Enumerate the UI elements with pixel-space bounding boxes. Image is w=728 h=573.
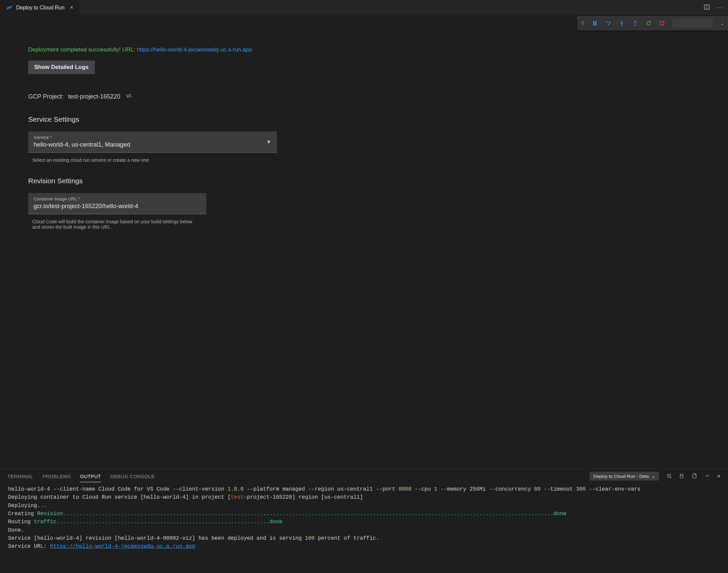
deploy-form: Deployment completed successfully! URL: … [0,15,728,469]
log-text: Creating [8,511,37,517]
log-number: 80 [534,486,540,492]
log-text: done [554,511,566,517]
open-file-icon[interactable] [691,473,697,480]
svg-rect-2 [594,21,595,25]
container-image-helper: Cloud Code will build the container imag… [32,219,197,230]
log-text: traffic [34,519,56,525]
log-text: -project-165220] region [us-central1] [244,494,363,500]
log-text: Service [hello-world-4] revision [hello-… [8,535,305,541]
log-text: done [270,519,282,525]
step-out-button[interactable] [632,20,638,26]
show-detailed-logs-button[interactable]: Show Detailed Logs [28,61,95,74]
service-select[interactable]: Service * hello-world-4, us-central1, Ma… [28,131,277,153]
debug-toolbar: ⠿ ⌄ [577,16,728,30]
deployment-url-link[interactable]: https://hello-world-4-jecaesxwdq-uc.a.ru… [137,46,252,53]
container-image-value: gcr.io/test-project-165220/hello-world-4 [34,203,201,210]
status-prefix: Deployment completed successfully! URL: [28,46,137,53]
output-channel-select[interactable]: Deploy to Cloud Run - Deta ⌄ [590,472,659,481]
cloud-run-icon [6,4,13,11]
chevron-up-icon[interactable] [704,473,710,480]
log-text: --timeout [540,486,576,492]
service-url-link[interactable]: https://hello-world-4-jecaesxwdq-uc.a.ru… [50,543,195,549]
debug-config-select[interactable] [673,19,713,28]
chevron-down-icon: ⌄ [651,473,655,479]
log-number: 8080 [399,486,411,492]
tab-bar: Deploy to Cloud Run × ··· [0,0,728,15]
close-tab-icon[interactable]: × [70,4,73,11]
service-field-value: hello-world-4, us-central1, Managed [34,141,130,148]
dropdown-arrow-icon: ▼ [266,139,272,146]
log-text: ......... [524,511,553,517]
split-editor-icon[interactable] [703,4,710,11]
chevron-down-icon[interactable]: ⌄ [720,21,724,26]
log-text: --cpu [411,486,434,492]
service-settings-heading: Service Settings [28,115,700,123]
svg-point-6 [621,25,622,26]
more-actions-icon[interactable]: ··· [716,4,723,11]
output-log[interactable]: hello-world-4 --client-name Cloud Code f… [0,483,728,573]
service-field-label: Service * [34,135,130,140]
editor-tab[interactable]: Deploy to Cloud Run × [0,0,79,15]
container-image-input[interactable]: Container image URL * gcr.io/test-projec… [28,193,206,214]
step-into-button[interactable] [619,20,625,26]
svg-rect-3 [596,21,597,25]
log-text: Deploying container to Cloud Run service… [8,494,231,500]
bottom-panel: TERMINAL PROBLEMS OUTPUT DEBUG CONSOLE D… [0,469,728,573]
log-text: ........................................… [56,519,270,525]
log-number: 100 [305,535,315,541]
svg-point-4 [608,24,609,25]
log-number: 300 [576,486,586,492]
deployment-status: Deployment completed successfully! URL: … [28,46,700,53]
log-text: test [231,494,244,500]
stop-button[interactable] [659,20,665,26]
step-over-button[interactable] [605,20,611,26]
gcp-project-value: test-project-165220 [68,93,120,100]
restart-button[interactable] [646,20,652,26]
svg-rect-15 [680,475,683,478]
log-number: 1.8.0 [228,486,244,492]
revision-settings-heading: Revision Settings [28,177,700,185]
svg-point-8 [635,25,636,26]
tab-terminal[interactable]: TERMINAL [7,470,33,482]
tab-debug-console[interactable]: DEBUG CONSOLE [110,470,155,482]
log-text: --memory 256Mi --concurrency [437,486,534,492]
tab-problems[interactable]: PROBLEMS [43,470,71,482]
log-text: ........................................… [63,511,524,517]
editor-tab-title: Deploy to Cloud Run [16,5,65,11]
output-channel-label: Deploy to Cloud Run - Deta [593,474,649,479]
gcp-project-label: GCP Project: [28,93,64,100]
pause-button[interactable] [592,20,598,26]
lock-scroll-icon[interactable] [679,473,685,480]
log-text: Revision [37,511,63,517]
close-panel-icon[interactable]: × [717,473,721,480]
tab-output[interactable]: OUTPUT [80,470,101,482]
container-image-label: Container image URL * [34,196,201,201]
service-helper-text: Select an existing cloud run service or … [32,157,700,163]
log-text: percent of traffic. [315,535,379,541]
log-number: 1 [434,486,437,492]
clear-output-icon[interactable] [666,473,672,480]
log-text: Routing [8,519,34,525]
log-text: Service URL: [8,543,50,549]
log-text: Done. [8,527,24,533]
svg-rect-9 [660,22,664,25]
log-text: --platform managed --region us-central1 … [244,486,399,492]
toolbar-grip-icon[interactable]: ⠿ [581,21,584,26]
log-text: --clear-env-vars [586,486,641,492]
switch-project-icon[interactable] [125,93,132,101]
log-text: hello-world-4 --client-name Cloud Code f… [8,486,228,492]
log-text: Deploying... [8,503,47,509]
